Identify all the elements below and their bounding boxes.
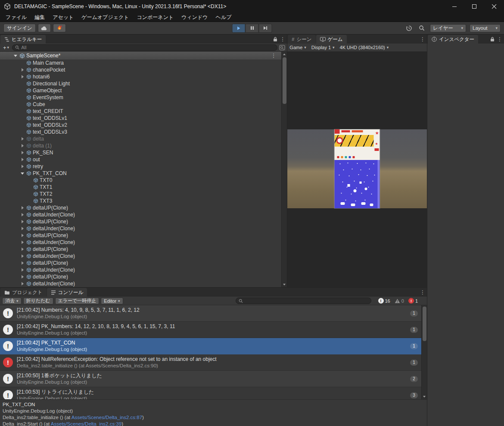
hierarchy-scrollbar[interactable] [281, 52, 287, 287]
hierarchy-item[interactable]: PK_TXT_CON [0, 170, 281, 177]
hierarchy-item[interactable]: deltaUnder(Clone) [0, 280, 281, 287]
hierarchy-search-input[interactable]: All [12, 44, 277, 51]
search-button[interactable] [417, 23, 426, 33]
console-log-entry[interactable]: ![21:00:42] PK_Numbers: 14, 12, 2, 10, 8… [0, 322, 421, 338]
hierarchy-item[interactable]: deltaUP(Clone) [0, 246, 281, 253]
hierarchy-item[interactable]: TXT0 [0, 177, 281, 184]
layout-dropdown[interactable]: Layout ▾ [470, 24, 501, 32]
resolution-dropdown[interactable]: 4K UHD (3840x2160) ▾ [340, 45, 389, 50]
panel-menu-icon[interactable]: ⋮ [420, 37, 425, 42]
search-by-type-icon[interactable] [279, 45, 285, 50]
hierarchy-item[interactable]: deltaUnder(Clone) [0, 225, 281, 232]
hierarchy-item[interactable]: chancePocket [0, 66, 281, 73]
console-log-entry[interactable]: ![21:00:42] Numbers: 4, 10, 9, 8, 5, 3, … [0, 305, 421, 322]
lock-icon[interactable] [490, 37, 495, 42]
tab-console[interactable]: コンソール [47, 288, 87, 297]
chevron-right-icon[interactable] [20, 226, 25, 231]
chevron-right-icon[interactable] [20, 150, 25, 155]
menu-gameobject[interactable]: ゲームオブジェクト [78, 13, 133, 22]
hierarchy-item[interactable]: deltaUnder(Clone) [0, 211, 281, 218]
hierarchy-item[interactable]: Directional Light [0, 80, 281, 87]
menu-edit[interactable]: 編集 [31, 13, 49, 22]
menu-help[interactable]: ヘルプ [212, 13, 236, 22]
hierarchy-item[interactable]: out [0, 156, 281, 163]
chevron-right-icon[interactable] [20, 219, 25, 224]
hierarchy-item[interactable]: deltaUP(Clone) [0, 260, 281, 266]
hierarchy-item[interactable]: text_ODDSLv3 [0, 128, 281, 135]
menu-assets[interactable]: アセット [49, 13, 78, 22]
collapse-button[interactable]: 折りたたむ [23, 298, 53, 304]
chevron-right-icon[interactable] [20, 212, 25, 217]
hierarchy-item[interactable]: deltaUP(Clone) [0, 273, 281, 280]
tab-scene[interactable]: # シーン [288, 35, 315, 44]
chevron-right-icon[interactable] [20, 143, 25, 148]
panel-menu-icon[interactable]: ⋮ [280, 37, 285, 42]
log-count-toggle[interactable]: ! 16 [378, 298, 390, 304]
hierarchy-item[interactable]: deltaUnder(Clone) [0, 266, 281, 273]
menu-window[interactable]: ウィンドウ [177, 13, 212, 22]
chevron-down-icon[interactable] [13, 53, 18, 58]
console-log-entry[interactable]: ![21:00:42] PK_TXT_CONUnityEngine.Debug:… [0, 338, 421, 354]
scroll-down-icon[interactable] [422, 394, 427, 399]
play-button[interactable] [232, 24, 246, 33]
console-error-entry[interactable]: ![21:00:42] NullReferenceException: Obje… [0, 354, 421, 371]
hierarchy-item[interactable]: deltaUP(Clone) [0, 204, 281, 211]
hierarchy-item[interactable]: delta (1) [0, 142, 281, 149]
hierarchy-item[interactable]: TXT3 [0, 197, 281, 204]
hierarchy-item[interactable]: hotani6 [0, 73, 281, 80]
hierarchy-item[interactable]: retry [0, 163, 281, 170]
chevron-right-icon[interactable] [20, 254, 25, 259]
cloud-button[interactable] [38, 24, 51, 32]
hierarchy-item[interactable]: PK_SEN [0, 149, 281, 156]
layers-dropdown[interactable]: レイヤー ▾ [430, 24, 466, 32]
tab-game[interactable]: ゲーム [316, 35, 347, 44]
game-viewport[interactable]: ★ ★ [287, 52, 427, 287]
chevron-right-icon[interactable] [20, 233, 25, 238]
services-button[interactable] [53, 24, 66, 32]
hierarchy-item[interactable]: text_ODDSLv2 [0, 122, 281, 128]
scroll-down-icon[interactable] [282, 282, 287, 287]
warning-count-toggle[interactable]: 0 [395, 298, 404, 304]
chevron-right-icon[interactable] [20, 205, 25, 210]
console-scrollbar[interactable] [421, 305, 427, 399]
console-log-entry[interactable]: ![21:00:53] リトライに入りましたUnityEngine.Debug:… [0, 387, 421, 399]
scrollbar-thumb[interactable] [283, 57, 286, 104]
scroll-up-icon[interactable] [282, 52, 287, 57]
signin-button[interactable]: サインイン [3, 24, 36, 32]
chevron-right-icon[interactable] [20, 247, 25, 252]
chevron-down-icon[interactable] [20, 171, 25, 176]
error-pause-button[interactable]: エラーで一時停止 [55, 298, 100, 304]
step-button[interactable] [259, 24, 272, 33]
chevron-right-icon[interactable] [20, 136, 25, 141]
hierarchy-item[interactable]: Cube [0, 101, 281, 108]
chevron-right-icon[interactable] [20, 274, 25, 279]
hierarchy-item[interactable]: deltaUnder(Clone) [0, 239, 281, 246]
error-count-toggle[interactable]: ! 1 [408, 298, 418, 304]
undo-history-button[interactable] [404, 23, 414, 33]
hierarchy-item[interactable]: TXT1 [0, 184, 281, 191]
console-log-entry[interactable]: ![21:00:50] 1番ポケットに入りましたUnityEngine.Debu… [0, 371, 421, 387]
chevron-right-icon[interactable] [20, 267, 25, 273]
panel-menu-icon[interactable]: ⋮ [497, 37, 502, 42]
editor-dropdown[interactable]: Editor ▾ [101, 298, 123, 304]
chevron-right-icon[interactable] [20, 260, 25, 266]
chevron-right-icon[interactable] [20, 281, 25, 286]
add-gameobject-button[interactable]: + ▾ [2, 44, 10, 51]
hierarchy-item[interactable]: delta [0, 135, 281, 142]
hierarchy-item[interactable]: EventSystem [0, 94, 281, 101]
lock-icon[interactable] [273, 37, 277, 42]
hierarchy-item[interactable]: text_ODDSLv1 [0, 115, 281, 122]
hierarchy-item[interactable]: TXT2 [0, 191, 281, 197]
minimize-button[interactable] [445, 0, 464, 13]
hierarchy-item[interactable]: deltaUnder(Clone) [0, 253, 281, 260]
scene-header[interactable]: SampleScene* ⋮ [0, 52, 281, 60]
menu-component[interactable]: コンポーネント [133, 13, 178, 22]
chevron-right-icon[interactable] [20, 157, 25, 162]
close-button[interactable] [484, 0, 504, 13]
hierarchy-item[interactable]: GameObject [0, 87, 281, 94]
panel-menu-icon[interactable]: ⋮ [420, 290, 425, 295]
menu-file[interactable]: ファイル [2, 13, 31, 22]
chevron-right-icon[interactable] [20, 164, 25, 169]
scene-menu-icon[interactable]: ⋮ [271, 53, 276, 58]
hierarchy-item[interactable]: Main Camera [0, 60, 281, 66]
